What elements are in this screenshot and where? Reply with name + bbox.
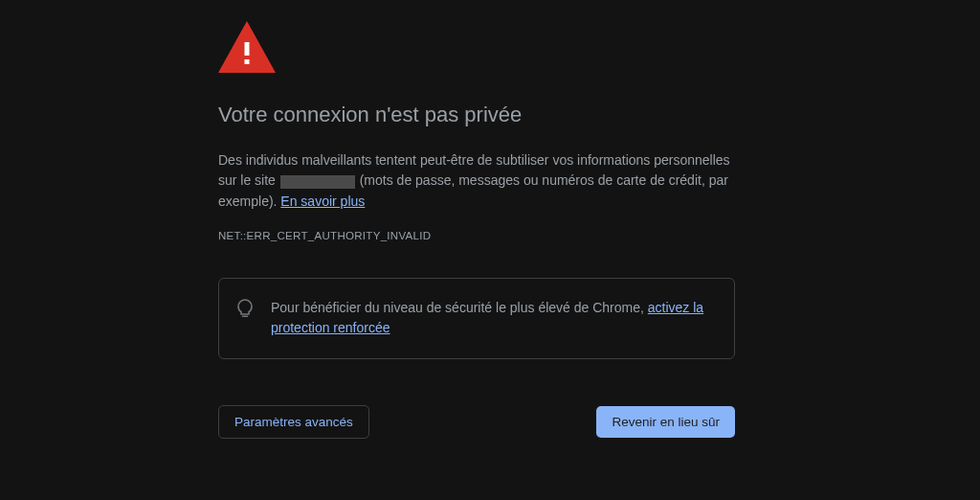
interstitial-container: Votre connexion n'est pas privée Des ind… bbox=[218, 0, 735, 439]
lightbulb-icon bbox=[236, 299, 254, 322]
svg-rect-1 bbox=[245, 42, 250, 56]
warning-icon bbox=[218, 21, 735, 73]
page-title: Votre connexion n'est pas privée bbox=[218, 102, 735, 129]
enhanced-protection-text: Pour bénéficier du niveau de sécurité le… bbox=[271, 298, 715, 339]
error-code: NET::ERR_CERT_AUTHORITY_INVALID bbox=[218, 230, 735, 241]
button-row: Paramètres avancés Revenir en lieu sûr bbox=[218, 405, 735, 439]
enhanced-protection-box: Pour bénéficier du niveau de sécurité le… bbox=[218, 278, 735, 359]
back-to-safety-button[interactable]: Revenir en lieu sûr bbox=[596, 406, 735, 438]
warning-description: Des individus malveillants tentent peut-… bbox=[218, 150, 735, 213]
learn-more-link[interactable]: En savoir plus bbox=[280, 193, 365, 209]
advanced-button[interactable]: Paramètres avancés bbox=[218, 405, 369, 439]
info-text-prefix: Pour bénéficier du niveau de sécurité le… bbox=[271, 300, 648, 315]
redacted-hostname bbox=[280, 175, 355, 189]
svg-rect-2 bbox=[245, 59, 250, 64]
